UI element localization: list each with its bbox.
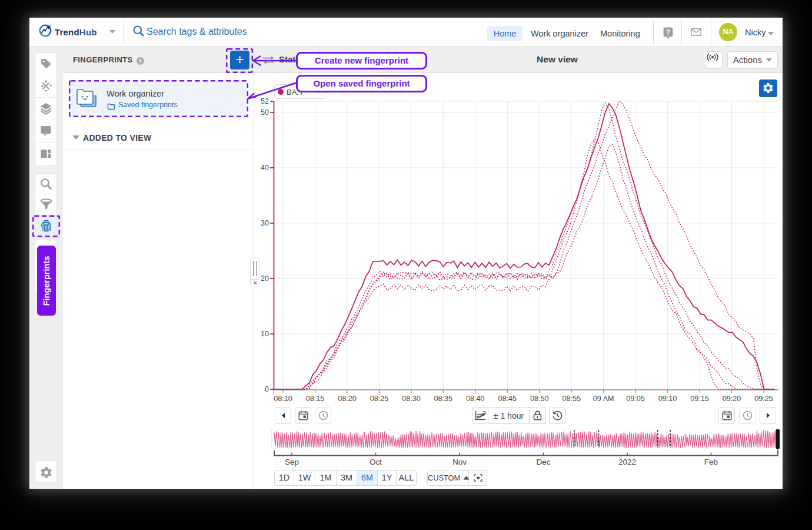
svg-text:Dec: Dec — [536, 458, 550, 466]
svg-text:09:05: 09:05 — [626, 395, 645, 403]
svg-text:08:30: 08:30 — [402, 395, 421, 403]
svg-text:10: 10 — [261, 330, 269, 338]
svg-text:08:55: 08:55 — [562, 395, 581, 403]
svg-text:2022: 2022 — [618, 458, 636, 466]
svg-text:50: 50 — [261, 108, 269, 117]
svg-text:08:10: 08:10 — [274, 395, 292, 403]
svg-text:08:40: 08:40 — [466, 395, 485, 403]
svg-text:Sep: Sep — [285, 458, 299, 466]
svg-text:?: ? — [666, 28, 670, 37]
svg-text:52: 52 — [261, 97, 269, 105]
svg-text:08:35: 08:35 — [434, 395, 453, 403]
svg-text:?: ? — [139, 58, 142, 64]
svg-text:09:20: 09:20 — [723, 395, 741, 403]
svg-text:08:20: 08:20 — [338, 395, 357, 403]
svg-text:09 AM: 09 AM — [593, 395, 614, 403]
svg-text:20: 20 — [261, 274, 269, 283]
svg-text:09:10: 09:10 — [658, 395, 677, 403]
svg-text:Nov: Nov — [452, 458, 467, 466]
svg-text:08:45: 08:45 — [498, 395, 517, 403]
svg-text:30: 30 — [261, 219, 269, 227]
svg-text:Oct: Oct — [370, 458, 382, 466]
svg-text:Feb: Feb — [704, 458, 718, 466]
svg-text:40: 40 — [261, 164, 269, 172]
svg-text:09:25: 09:25 — [754, 395, 773, 403]
svg-text:0: 0 — [265, 385, 269, 393]
svg-text:08:15: 08:15 — [306, 395, 325, 403]
svg-text:09:15: 09:15 — [690, 395, 709, 403]
svg-text:08:25: 08:25 — [370, 395, 389, 403]
svg-text:08:50: 08:50 — [530, 395, 549, 403]
